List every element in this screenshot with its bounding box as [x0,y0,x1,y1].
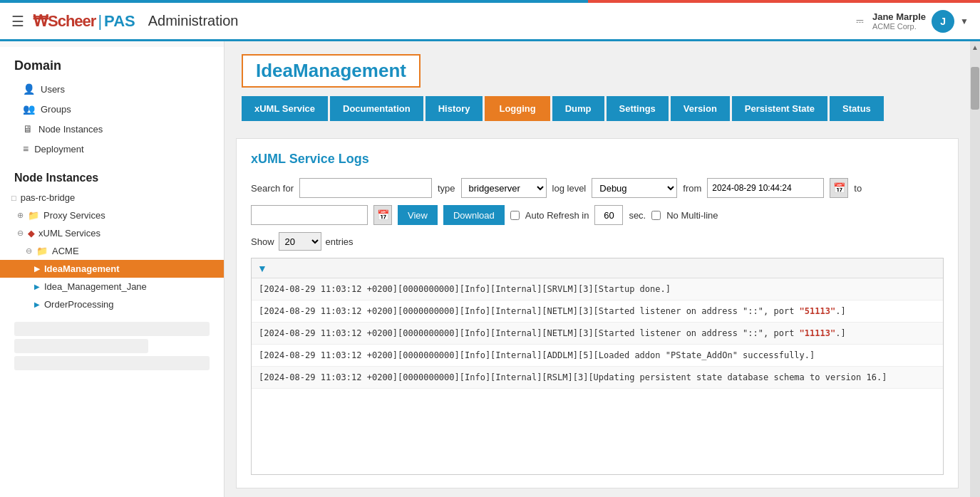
tab-version[interactable]: Version [671,96,730,121]
log-port: "51113" [800,306,836,316]
auto-refresh-label: Auto Refresh in [525,210,589,221]
log-entry: [2024-08-29 11:03:12 +0200][0000000000][… [252,345,943,367]
from-calendar-icon[interactable]: 📅 [830,178,848,198]
page-title-box: IdeaManagement [242,54,421,88]
search-input[interactable] [299,178,432,198]
main-content: IdeaManagement xUML Service Documentatio… [225,41,970,497]
log-entry: [2024-08-29 11:03:12 +0200][0000000000][… [252,323,943,345]
no-multiline-checkbox[interactable] [651,211,661,220]
tree-item-pas-rc-bridge[interactable]: □ pas-rc-bridge [0,189,224,206]
play-icon: ▶ [34,300,40,308]
sort-icon[interactable]: ▼ [257,263,267,274]
sec-label: sec. [629,210,646,221]
tab-logging[interactable]: Logging [485,96,550,121]
scroll-up-arrow[interactable]: ▲ [971,41,979,53]
logo-sep: | [98,12,102,31]
no-multiline-label: No Multi-line [666,210,718,221]
type-select[interactable]: bridgeserver [461,178,547,198]
domain-title: Domain [0,47,224,79]
sidebar-item-deployment-label: Deployment [34,144,83,155]
monitor-icon[interactable]: ⎓ [856,14,864,28]
type-label: type [438,183,455,194]
log-header-row: ▼ [252,258,943,278]
filter-row-1: Search for type bridgeserver log level D… [251,178,944,198]
scroll-thumb[interactable] [971,67,979,110]
tree-item-idea-management[interactable]: ▶ IdeaManagement [0,260,224,278]
log-entry: [2024-08-29 11:03:12 +0200][0000000000][… [252,300,943,323]
tree-item-xuml-services[interactable]: ⊖ ◆ xUML Services [0,224,224,242]
topbar: ☰ ₩Scheer | PAS Administration ⎓ Jane Ma… [0,3,980,41]
to-date-input[interactable] [251,205,368,225]
auto-refresh-checkbox[interactable] [510,211,520,220]
tab-xuml-service[interactable]: xUML Service [242,96,328,121]
to-calendar-icon[interactable]: 📅 [373,205,392,225]
tree-label: OrderProcessing [44,299,114,310]
expand-icon: ⊕ [17,211,24,220]
play-icon: ▶ [34,265,40,273]
tree-item-proxy-services[interactable]: ⊕ 📁 Proxy Services [0,206,224,224]
entries-label: entries [326,236,354,247]
log-entry: [2024-08-29 11:03:12 +0200][0000000000][… [252,278,943,300]
sidebar-item-users[interactable]: 👤 Users [0,79,224,99]
show-entries-row: Show 20 50 100 entries [251,232,944,251]
show-entries-select[interactable]: 20 50 100 [279,232,321,251]
auto-refresh-seconds[interactable] [594,205,623,225]
folder-icon: 📁 [36,246,48,256]
blurred-area [0,319,224,373]
tab-dump[interactable]: Dump [552,96,604,121]
tree-item-idea-management-jane[interactable]: ▶ Idea_Management_Jane [0,278,224,295]
to-label: to [854,183,862,194]
user-company: ACME Corp. [872,22,926,31]
view-button[interactable]: View [398,205,438,225]
avatar[interactable]: J [932,10,954,33]
monitor-icon: 🖥 [23,123,33,135]
topbar-right: ⎓ Jane Marple ACME Corp. J ▼ [856,10,969,33]
tree-item-order-processing[interactable]: ▶ OrderProcessing [0,295,224,313]
tab-persistent-state[interactable]: Persistent State [732,96,827,121]
sidebar-scroll-top [0,41,224,47]
log-port: "11113" [800,328,836,338]
log-entry: [2024-08-29 11:03:12 +0200][0000000000][… [252,367,943,389]
logo-pas: PAS [104,12,135,31]
tree-label: pas-rc-bridge [21,192,76,203]
user-name: Jane Marple [872,11,926,22]
search-label: Search for [251,183,294,194]
expand-icon: □ [11,194,16,202]
tab-status[interactable]: Status [830,96,884,121]
user-info: Jane Marple ACME Corp. J ▼ [872,10,969,33]
sidebar-item-groups-label: Groups [41,104,71,115]
tab-settings[interactable]: Settings [607,96,669,121]
blurred-item [14,356,210,370]
user-icon: 👤 [23,83,35,95]
tree-label: IdeaManagement [44,263,119,274]
log-level-select[interactable]: Debug Info Warn Error [592,178,677,198]
log-container: ▼ [2024-08-29 11:03:12 +0200][0000000000… [251,258,944,475]
tree-label: Idea_Management_Jane [44,281,147,292]
blurred-item [14,339,148,353]
xuml-icon: ◆ [28,229,34,239]
deployment-icon: ≡ [23,143,29,155]
right-scrollbar[interactable]: ▲ [970,41,980,497]
sidebar-item-node-instances[interactable]: 🖥 Node Instances [0,119,224,139]
download-button[interactable]: Download [443,205,505,225]
node-instances-title: Node Instances [0,162,224,189]
section-title: xUML Service Logs [251,152,944,167]
from-date-input[interactable] [707,178,824,198]
show-label: Show [251,236,274,247]
tab-documentation[interactable]: Documentation [330,96,423,121]
filter-row-2: 📅 View Download Auto Refresh in sec. No … [251,205,944,225]
hamburger-icon[interactable]: ☰ [11,13,24,30]
tree-label: ACME [52,246,79,256]
tree-item-acme[interactable]: ⊖ 📁 ACME [0,242,224,260]
log-level-label: log level [552,183,587,194]
page-title: Administration [148,13,239,29]
tab-history[interactable]: History [425,96,483,121]
expand-icon: ⊖ [17,229,24,238]
sidebar-item-deployment[interactable]: ≡ Deployment [0,139,224,159]
chevron-down-icon[interactable]: ▼ [960,16,969,26]
sidebar-item-groups[interactable]: 👥 Groups [0,99,224,119]
sidebar-item-node-instances-label: Node Instances [38,124,103,135]
folder-icon: 📁 [28,210,39,221]
logo-scheer: ₩Scheer [33,12,96,31]
sidebar-item-users-label: Users [41,84,65,95]
